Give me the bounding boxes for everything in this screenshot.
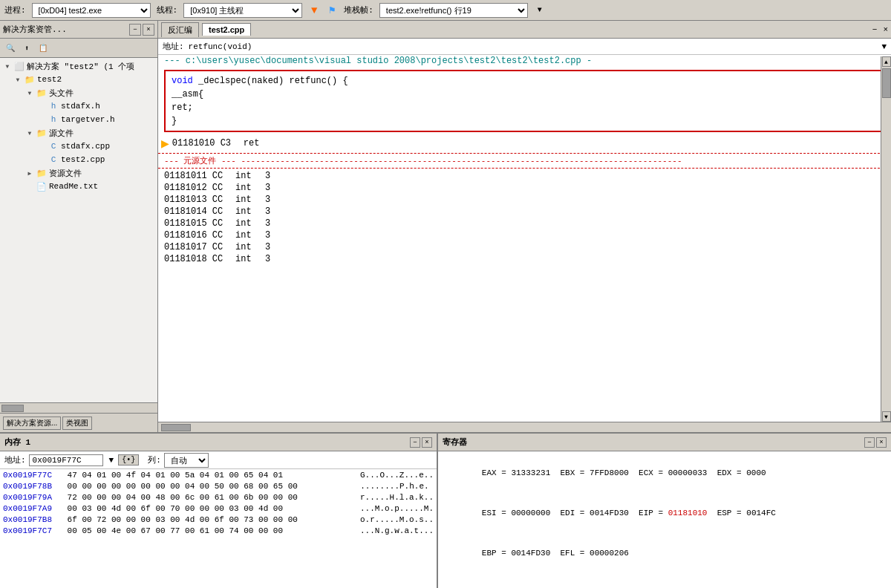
stack-dropdown[interactable]: test2.exe!retfunc() 行19 <box>379 3 528 18</box>
code-area[interactable]: --- c:\users\yusec\documents\visual stud… <box>158 55 891 422</box>
mem-addr-label: 地址: <box>4 454 26 466</box>
tree-item-stdafx-cpp[interactable]: C stdafx.cpp <box>0 140 157 153</box>
tree-item-targetver-h[interactable]: h targetver.h <box>0 113 157 126</box>
close-button[interactable]: × <box>143 24 154 36</box>
tree-item-headers[interactable]: ▼ 📁 头文件 <box>0 86 157 99</box>
tab-source[interactable]: test2.cpp <box>202 23 251 36</box>
op-0: 3 <box>265 171 270 181</box>
stack-arrow-icon: ▼ <box>534 4 546 16</box>
reg-line-esi: ESI = 00000000 EDI = 0014FD30 EIP = 0118… <box>443 493 887 533</box>
addr-4: 01181015 CC <box>164 218 223 229</box>
disasm-pin-icon[interactable]: − <box>872 25 878 34</box>
resources-label: 资源文件 <box>49 168 82 179</box>
pin-button[interactable]: − <box>129 24 141 36</box>
tree-scrollbar-h[interactable] <box>0 402 157 413</box>
mem-ascii-2: r.....H.l.a.k.. <box>345 493 434 502</box>
tree-item-test2-cpp[interactable]: C test2.cpp <box>0 153 157 166</box>
separator-line: --- 元源文件 --- ---------------------------… <box>158 153 891 169</box>
expand-stdafx-h <box>36 100 48 112</box>
disasm-scrollbar-h[interactable] <box>158 422 891 432</box>
headers-label: 头文件 <box>49 88 74 99</box>
disasm-scrollbar-v[interactable]: ▲ ▼ <box>881 56 891 422</box>
mem-addr-dropdown-btn[interactable]: ▼ <box>109 456 114 465</box>
mem-ascii-5: ...N.g.w.a.t... <box>345 526 434 535</box>
toolbar-btn-3[interactable]: 📋 <box>36 42 50 55</box>
tree-item-readme[interactable]: 📄 ReadMe.txt <box>0 180 157 193</box>
tree-item-sources[interactable]: ▼ 📁 源文件 <box>0 126 157 140</box>
expand-project: ▼ <box>12 74 24 85</box>
reg-line-ebp: EBP = 0014FD30 EFL = 00000206 <box>443 533 887 573</box>
tab-disasm[interactable]: 反汇编 <box>161 22 199 37</box>
memory-pin-btn[interactable]: − <box>410 437 420 448</box>
mnem-1: int <box>235 183 265 193</box>
op-1: 3 <box>265 183 270 193</box>
toolbar-btn-2[interactable]: ⬆ <box>19 42 34 55</box>
expand-sources: ▼ <box>24 127 36 139</box>
asm-line-4: 01181015 CC int 3 <box>158 218 891 229</box>
mem-ascii-3: ...M.o.p.....M. <box>345 504 434 513</box>
tree-item-project[interactable]: ▼ 📁 test2 <box>0 73 157 86</box>
mem-addr-0: 0x0019F77C <box>3 471 62 480</box>
source-path-text: --- c:\users\yusec\documents\visual stud… <box>164 56 592 66</box>
void-keyword: void <box>172 76 193 86</box>
addr-1: 01181012 CC <box>164 183 223 193</box>
mem-cols-select[interactable]: 自动 <box>164 453 209 468</box>
mnem-5: int <box>235 230 265 241</box>
targetver-icon: h <box>48 114 59 125</box>
mem-row-3: 0x0019F7A9 00 03 00 4d 00 6f 00 70 00 00… <box>0 503 437 514</box>
tree-item-solution[interactable]: ▼ ⬜ 解决方案 "test2" (1 个项 <box>0 59 157 73</box>
addr-3: 01181014 CC <box>164 206 223 217</box>
thread-dropdown[interactable]: [0x910] 主线程 <box>183 3 302 18</box>
asm-line-3: 01181014 CC int 3 <box>158 206 891 218</box>
mem-ascii-0: G...O...Z...e.. <box>345 471 434 480</box>
expand-test2-cpp <box>36 154 48 166</box>
top-toolbar: 进程: [0xD04] test2.exe 线程: [0x910] 主线程 ▼ … <box>0 0 891 21</box>
mnem-7: int <box>235 254 265 264</box>
memory-close-btn[interactable]: × <box>422 437 432 448</box>
mem-cols-label: 列: <box>148 454 161 466</box>
memory-panel-header: 内存 1 − × <box>0 434 437 451</box>
tab-solution[interactable]: 解决方案资源... <box>3 416 61 430</box>
readme-icon: 📄 <box>36 180 48 192</box>
memory-content[interactable]: 0x0019F77C 47 04 01 00 4f 04 01 00 5a 04… <box>0 469 437 588</box>
op-7: 3 <box>265 254 270 264</box>
address-bar-label: 地址: <box>163 41 184 52</box>
left-panel: 解决方案资管... − × 🔍 ⬆ 📋 ▼ ⬜ 解决方案 "test2" (1 … <box>0 21 158 432</box>
bottom-area: 内存 1 − × 地址: ▼ {•} 列: 自动 0x0019F77C 47 0… <box>0 432 891 588</box>
reg-header: 寄存器 − × <box>438 434 891 451</box>
mem-row-1: 0x0019F78B 00 00 00 00 00 00 00 00 04 00… <box>0 480 437 491</box>
eip-value: 01181010 <box>668 509 708 517</box>
mem-addr-3: 0x0019F7A9 <box>3 504 62 513</box>
disasm-close-icon[interactable]: × <box>883 25 888 34</box>
reg-close-btn[interactable]: × <box>876 437 887 448</box>
esi-value: ESI = 00000000 EDI = 0014FD30 EIP = <box>482 509 668 517</box>
process-dropdown[interactable]: [0xD04] test2.exe <box>32 3 151 18</box>
toolbar-btn-1[interactable]: 🔍 <box>3 42 18 55</box>
address-bar-value: retfunc(void) <box>189 42 878 51</box>
scroll-up-btn[interactable]: ▲ <box>882 56 891 67</box>
mem-eval-btn[interactable]: {•} <box>118 454 139 466</box>
mem-addr-4: 0x0019F7B8 <box>3 515 62 524</box>
source-line-1: void _declspec(naked) retfunc() { <box>172 74 878 88</box>
expand-stdafx-cpp <box>36 140 48 152</box>
scroll-down-btn[interactable]: ▼ <box>882 411 891 422</box>
mem-bytes-0: 47 04 01 00 4f 04 01 00 5a 04 01 00 65 0… <box>62 471 345 480</box>
reg-pin-btn[interactable]: − <box>864 437 875 448</box>
mnem-6: int <box>235 242 265 252</box>
addr-0: 01181011 CC <box>164 171 223 181</box>
sources-folder-icon: 📁 <box>36 127 48 139</box>
tree-item-stdafx-h[interactable]: h stdafx.h <box>0 99 157 113</box>
mem-row-0: 0x0019F77C 47 04 01 00 4f 04 01 00 5a 04… <box>0 469 437 480</box>
reg-title: 寄存器 <box>443 437 467 448</box>
tab-class-view[interactable]: 类视图 <box>62 416 92 430</box>
disasm-header: 反汇编 test2.cpp − × <box>158 21 891 39</box>
flag-icon: ⚑ <box>326 4 338 16</box>
mem-addr-input[interactable] <box>29 454 103 466</box>
scroll-thumb[interactable] <box>882 68 891 98</box>
op-6: 3 <box>265 242 270 252</box>
address-bar: 地址: retfunc(void) ▼ <box>158 39 891 55</box>
expand-resources: ▶ <box>24 167 36 179</box>
current-instruction-row: ▶ 01181010 C3 ret <box>158 135 891 151</box>
current-arrow-icon: ▶ <box>161 135 169 151</box>
tree-item-resources[interactable]: ▶ 📁 资源文件 <box>0 166 157 180</box>
